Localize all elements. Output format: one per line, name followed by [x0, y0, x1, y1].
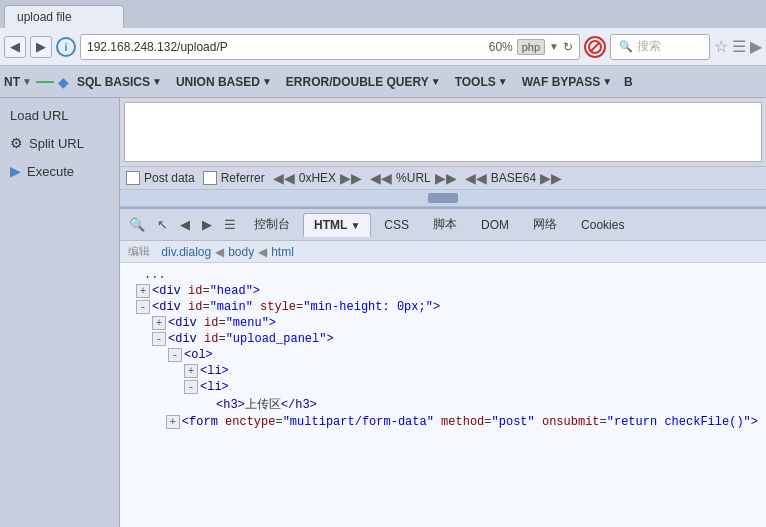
- referrer-option[interactable]: Referrer: [203, 171, 265, 185]
- tree-line-main[interactable]: - <div id="main" style="min-height: 0px;…: [120, 299, 766, 315]
- scrollbar-thumb[interactable]: [428, 193, 458, 203]
- breadcrumb-dialog[interactable]: div.dialog: [161, 245, 211, 259]
- search-bar[interactable]: 🔍 搜索: [610, 34, 710, 60]
- back-button[interactable]: ◀: [4, 36, 26, 58]
- hex-left-arrow: ◀◀: [273, 170, 295, 186]
- edit-label: 编辑: [128, 244, 150, 259]
- diamond-icon: ◆: [58, 74, 69, 90]
- tab-cookies[interactable]: Cookies: [570, 213, 635, 237]
- breadcrumb-body[interactable]: body: [228, 245, 254, 259]
- referrer-label: Referrer: [221, 171, 265, 185]
- tree-line-h3[interactable]: <h3> 上传区 </h3>: [120, 395, 766, 414]
- tab-css[interactable]: CSS: [373, 213, 420, 237]
- tree-line-upload-panel[interactable]: - <div id="upload_panel" >: [120, 331, 766, 347]
- inspect-icon[interactable]: 🔍: [124, 215, 150, 234]
- load-url-button[interactable]: Load URL: [0, 102, 119, 129]
- green-dash: —: [34, 71, 56, 92]
- more-button[interactable]: ▶: [750, 37, 762, 56]
- tab-network-label: 网络: [533, 217, 557, 231]
- tab-console[interactable]: 控制台: [243, 211, 301, 238]
- search-placeholder: 搜索: [637, 38, 661, 55]
- split-url-icon: ⚙: [10, 135, 23, 151]
- tree-line-menu[interactable]: + <div id="menu" >: [120, 315, 766, 331]
- active-tab[interactable]: upload file: [4, 5, 124, 28]
- tree-line-head[interactable]: + <div id="head" >: [120, 283, 766, 299]
- expand-li1[interactable]: +: [184, 364, 198, 378]
- base64-option[interactable]: ◀◀ BASE64 ▶▶: [465, 170, 562, 186]
- expand-li2[interactable]: -: [184, 380, 198, 394]
- list-icon[interactable]: ☰: [219, 215, 241, 234]
- referrer-checkbox[interactable]: [203, 171, 217, 185]
- tools-menu[interactable]: TOOLS ▼: [449, 72, 514, 92]
- tools-arrow: ▼: [498, 76, 508, 87]
- tab-html[interactable]: HTML ▼: [303, 213, 371, 237]
- tree-line-li2[interactable]: - <li>: [120, 379, 766, 395]
- tab-css-label: CSS: [384, 218, 409, 232]
- tree-line-ol[interactable]: - <ol>: [120, 347, 766, 363]
- base64-left-arrow: ◀◀: [465, 170, 487, 186]
- union-based-menu[interactable]: UNION BASED ▼: [170, 72, 278, 92]
- tree-line-li1[interactable]: + <li>: [120, 363, 766, 379]
- post-data-checkbox[interactable]: [126, 171, 140, 185]
- expand-head[interactable]: +: [136, 284, 150, 298]
- pcturl-option[interactable]: ◀◀ %URL ▶▶: [370, 170, 457, 186]
- url-textarea[interactable]: [125, 103, 761, 161]
- tab-network[interactable]: 网络: [522, 211, 568, 238]
- 0xhex-option[interactable]: ◀◀ 0xHEX ▶▶: [273, 170, 362, 186]
- execute-button[interactable]: ▶ Execute: [0, 157, 119, 185]
- breadcrumb-html[interactable]: html: [271, 245, 294, 259]
- sql-basics-arrow: ▼: [152, 76, 162, 87]
- waf-bypass-menu[interactable]: WAF BYPASS ▼: [516, 72, 618, 92]
- waf-bypass-arrow: ▼: [602, 76, 612, 87]
- post-data-option[interactable]: Post data: [126, 171, 195, 185]
- expand-ol[interactable]: -: [168, 348, 182, 362]
- tab-cookies-label: Cookies: [581, 218, 624, 232]
- url-bar[interactable]: 192.168.248.132/upload/P 60% php ▼ ↻: [80, 34, 580, 60]
- expand-main[interactable]: -: [136, 300, 150, 314]
- browser-nav-bar: ◀ ▶ i 192.168.248.132/upload/P 60% php ▼…: [0, 28, 766, 66]
- horizontal-scrollbar[interactable]: [120, 189, 766, 207]
- svg-line-1: [591, 43, 599, 51]
- nt-arrow[interactable]: ▼: [22, 76, 32, 87]
- url-left-arrow: ◀◀: [370, 170, 392, 186]
- menu-button[interactable]: ☰: [732, 37, 746, 56]
- error-double-arrow: ▼: [431, 76, 441, 87]
- split-url-label: Split URL: [29, 136, 84, 151]
- execute-icon: ▶: [10, 163, 21, 179]
- bookmark-button[interactable]: ☆: [714, 37, 728, 56]
- expand-form[interactable]: +: [166, 415, 180, 429]
- tree-line-form[interactable]: + <form enctype="multipart/form-data" me…: [120, 414, 766, 430]
- forward-button[interactable]: ▶: [30, 36, 52, 58]
- prev-icon[interactable]: ◀: [175, 215, 195, 234]
- expand-upload-panel[interactable]: -: [152, 332, 166, 346]
- execute-label: Execute: [27, 164, 74, 179]
- load-url-label: Load URL: [10, 108, 69, 123]
- sql-basics-menu[interactable]: SQL BASICS ▼: [71, 72, 168, 92]
- post-data-label: Post data: [144, 171, 195, 185]
- base64-right-arrow: ▶▶: [540, 170, 562, 186]
- split-url-button[interactable]: ⚙ Split URL: [0, 129, 119, 157]
- block-icon[interactable]: [584, 36, 606, 58]
- devtools-tabs: 🔍 ↖ ◀ ▶ ☰ 控制台 HTML ▼ CSS 脚本: [120, 209, 766, 241]
- reload-button[interactable]: ↻: [563, 40, 573, 54]
- zoom-text: 60%: [489, 40, 513, 54]
- info-icon[interactable]: i: [56, 37, 76, 57]
- url-right-arrow: ▶▶: [435, 170, 457, 186]
- pointer-icon[interactable]: ↖: [152, 215, 173, 234]
- tab-dom[interactable]: DOM: [470, 213, 520, 237]
- main-toolbar: NT ▼ — ◆ SQL BASICS ▼ UNION BASED ▼ ERRO…: [0, 66, 766, 98]
- url-input-area[interactable]: [124, 102, 762, 162]
- breadcrumb-sep3: ◀: [258, 245, 267, 259]
- right-panel: Post data Referrer ◀◀ 0xHEX ▶▶ ◀◀ %URL ▶…: [120, 98, 766, 527]
- left-panel: Load URL ⚙ Split URL ▶ Execute: [0, 98, 120, 527]
- base64-label: BASE64: [491, 171, 536, 185]
- main-area: Load URL ⚙ Split URL ▶ Execute Post data…: [0, 98, 766, 527]
- tab-script[interactable]: 脚本: [422, 211, 468, 238]
- error-double-menu[interactable]: ERROR/DOUBLE QUERY ▼: [280, 72, 447, 92]
- html-tree: ... + <div id="head" > - <div: [120, 263, 766, 527]
- next-icon[interactable]: ▶: [197, 215, 217, 234]
- breadcrumb-sep1: [154, 245, 157, 259]
- tab-console-label: 控制台: [254, 217, 290, 231]
- encode-bar: Post data Referrer ◀◀ 0xHEX ▶▶ ◀◀ %URL ▶…: [120, 166, 766, 189]
- expand-menu[interactable]: +: [152, 316, 166, 330]
